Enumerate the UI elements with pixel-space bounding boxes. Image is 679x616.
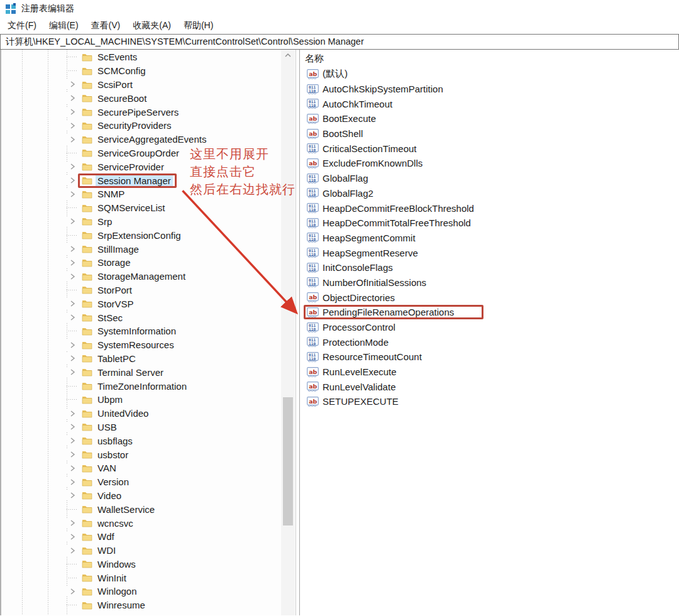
tree-item-secureboot[interactable]: SecureBoot [1, 91, 295, 105]
tree-node[interactable]: usbflags [78, 434, 138, 448]
chevron-right-icon[interactable] [67, 79, 78, 89]
value-entry[interactable]: 011110HeapSegmentReserve [304, 246, 421, 260]
tree-item-winlogon[interactable]: Winlogon [1, 585, 295, 598]
tree-node[interactable]: Storage [78, 255, 136, 270]
value-row-numberofinitialsessions[interactable]: 011110NumberOfInitialSessions [304, 275, 679, 290]
menu-v[interactable]: 查看(V) [85, 18, 127, 33]
value-entry[interactable]: 011110GlobalFlag2 [304, 186, 377, 201]
chevron-right-icon[interactable] [67, 477, 78, 487]
tree-item-walletservice[interactable]: WalletService [1, 502, 295, 516]
tree-node[interactable]: wcncsvc [78, 516, 139, 531]
tree-item-session-manager[interactable]: Session Manager [1, 173, 295, 187]
tree-node[interactable]: SecurityProviders [78, 118, 177, 133]
value-row-criticalsectiontimeout[interactable]: 011110CriticalSectionTimeout [304, 141, 679, 156]
menu-a[interactable]: 收藏夹(A) [126, 18, 177, 33]
chevron-right-icon[interactable] [67, 216, 78, 226]
value-entry[interactable]: abSETUPEXECUTE [304, 394, 402, 409]
chevron-right-icon[interactable] [67, 135, 78, 145]
value-row-processorcontrol[interactable]: 011110ProcessorControl [304, 320, 679, 335]
tree-item-systemresources[interactable]: SystemResources [1, 338, 295, 352]
menu-h[interactable]: 帮助(H) [177, 18, 219, 33]
value-entry[interactable]: 011110AutoChkSkipSystemPartition [304, 82, 446, 96]
tree-node[interactable]: Windows [78, 557, 141, 571]
value-row-pendingfilerenameoperations[interactable]: abPendingFileRenameOperations [304, 305, 679, 320]
chevron-right-icon[interactable] [67, 272, 78, 282]
tree-item-serviceaggregatedevents[interactable]: ServiceAggregatedEvents [1, 133, 295, 146]
tree-node[interactable]: usbstor [78, 448, 134, 462]
tree-item-storage[interactable]: Storage [1, 256, 295, 270]
value-entry[interactable]: abObjectDirectories [304, 290, 398, 305]
tree-item-servicegrouporder[interactable]: ServiceGroupOrder [1, 146, 295, 160]
value-row-globalflag2[interactable]: 011110GlobalFlag2 [304, 186, 679, 201]
value-row-protectionmode[interactable]: 011110ProtectionMode [304, 334, 679, 349]
value-entry[interactable]: 011110ProtectionMode [304, 335, 392, 349]
tree-node[interactable]: ServiceGroupOrder [78, 146, 185, 160]
tree-node[interactable]: TabletPC [78, 351, 141, 366]
tree-node[interactable]: Winresume [78, 598, 151, 612]
tree-node[interactable]: ScEvents [78, 50, 143, 64]
tree-item-sqmservicelist[interactable]: SQMServiceList [1, 201, 295, 215]
tree-item-windows[interactable]: Windows [1, 557, 295, 571]
chevron-right-icon[interactable] [67, 299, 78, 309]
value-row-setupexecute[interactable]: abSETUPEXECUTE [304, 394, 679, 409]
chevron-right-icon[interactable] [67, 244, 78, 254]
tree-node[interactable]: Video [78, 488, 127, 503]
value-entry[interactable]: 011110HeapDeCommitTotalFreeThreshold [304, 216, 474, 230]
tree-node[interactable]: SecureBoot [78, 91, 152, 106]
value-entry[interactable]: 011110ResourceTimeoutCount [304, 349, 425, 364]
value-entry[interactable]: abBootExecute [304, 111, 379, 126]
tree-item-version[interactable]: Version [1, 475, 295, 489]
value-row-resourcetimeoutcount[interactable]: 011110ResourceTimeoutCount [304, 349, 679, 365]
tree-item-storport[interactable]: StorPort [1, 283, 295, 297]
tree-node[interactable]: ServiceProvider [78, 160, 170, 174]
tree-item-timezoneinformation[interactable]: TimeZoneInformation [1, 379, 295, 393]
value-entry[interactable]: 011110NumberOfInitialSessions [304, 275, 429, 290]
chevron-right-icon[interactable] [67, 312, 78, 322]
tree-item-usb[interactable]: USB [1, 421, 295, 434]
tree-node[interactable]: SystemResources [78, 338, 180, 352]
tree-item-stsec[interactable]: StSec [1, 311, 295, 324]
chevron-right-icon[interactable] [67, 546, 78, 556]
tree-scrollbar[interactable] [281, 50, 295, 615]
tree-node[interactable]: UnitedVideo [78, 406, 154, 421]
chevron-right-icon[interactable] [67, 107, 78, 117]
tree-item-video[interactable]: Video [1, 489, 295, 503]
tree-node[interactable] [78, 613, 99, 615]
chevron-right-icon[interactable] [67, 422, 78, 432]
chevron-right-icon[interactable] [67, 436, 78, 446]
tree-item-systeminformation[interactable]: SystemInformation [1, 324, 295, 338]
tree-item-scsiport[interactable]: ScsiPort [1, 78, 295, 92]
value-entry[interactable]: abRunLevelExecute [304, 365, 400, 379]
value-entry[interactable]: abBootShell [304, 126, 366, 141]
tree-node[interactable]: SrpExtensionConfig [78, 228, 187, 243]
value-row-objectdirectories[interactable]: abObjectDirectories [304, 290, 679, 305]
tree-node[interactable]: Srp [78, 214, 118, 229]
value-row-heapsegmentreserve[interactable]: 011110HeapSegmentReserve [304, 245, 679, 260]
value-row-bootshell[interactable]: abBootShell [304, 126, 679, 141]
value-entry[interactable]: abExcludeFromKnownDlls [304, 156, 426, 170]
chevron-right-icon[interactable] [67, 121, 78, 131]
tree-node[interactable]: ScsiPort [78, 77, 138, 92]
tree-item-srp[interactable]: Srp [1, 215, 295, 229]
tree-node[interactable]: WDI [78, 543, 121, 558]
value-row-globalflag[interactable]: 011110GlobalFlag [304, 171, 679, 186]
chevron-right-icon[interactable] [67, 532, 78, 542]
tree-node[interactable]: Wdf [78, 529, 120, 544]
chevron-right-icon[interactable] [67, 409, 78, 419]
chevron-right-icon[interactable] [67, 367, 78, 377]
tree-node[interactable]: SQMServiceList [78, 201, 171, 215]
value-row-heapdecommittotalfreethreshold[interactable]: 011110HeapDeCommitTotalFreeThreshold [304, 216, 679, 231]
tree-item-stillimage[interactable]: StillImage [1, 242, 295, 256]
value-row-runlevelexecute[interactable]: abRunLevelExecute [304, 365, 679, 380]
tree-item-securepipeservers[interactable]: SecurePipeServers [1, 105, 295, 119]
tree-node[interactable]: VAN [78, 461, 122, 475]
value-row-initconsoleflags[interactable]: 011110InitConsoleFlags [304, 260, 679, 275]
value-row-bootexecute[interactable]: abBootExecute [304, 111, 679, 126]
tree-item-scevents[interactable]: ScEvents [1, 50, 295, 64]
tree-item-wcncsvc[interactable]: wcncsvc [1, 516, 295, 530]
tree-node[interactable]: WalletService [78, 502, 160, 517]
value-row-autochktimeout[interactable]: 011110AutoChkTimeout [304, 96, 679, 111]
value-entry[interactable]: 011110ProcessorControl [304, 320, 399, 334]
chevron-right-icon[interactable] [67, 93, 78, 103]
tree-item-usbflags[interactable]: usbflags [1, 434, 295, 448]
